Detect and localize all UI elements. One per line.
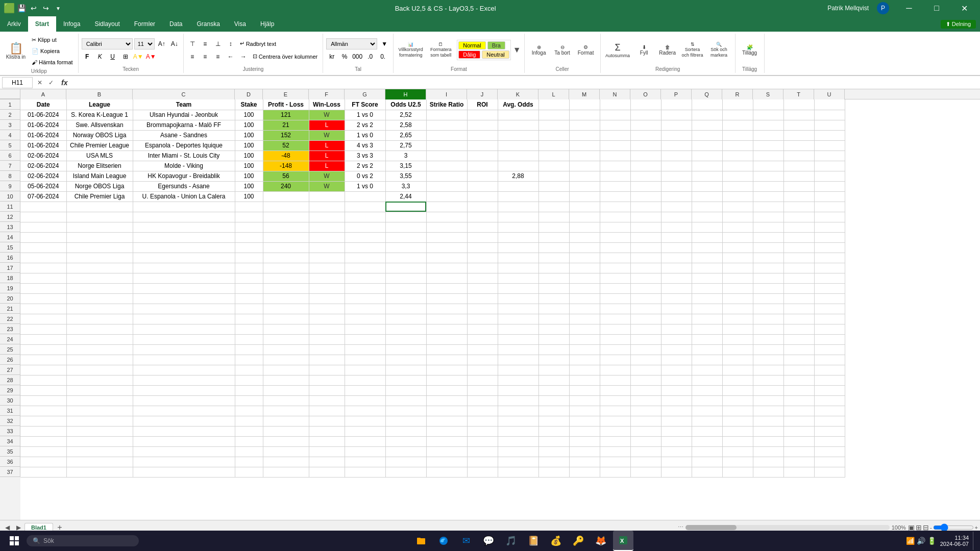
styles-more-button[interactable]: ▼ — [513, 45, 521, 55]
cell-j10[interactable] — [467, 191, 498, 202]
thousands-button[interactable]: 000 — [352, 51, 363, 62]
cell-m8[interactable] — [569, 171, 600, 181]
conditional-format-button[interactable]: 📊 Villkorsstyrd formatering — [397, 35, 425, 65]
row-header-22[interactable]: 22 — [0, 314, 20, 324]
cell-q3[interactable] — [692, 120, 722, 130]
cell-m6[interactable] — [569, 151, 600, 161]
cell-reference-input[interactable] — [2, 77, 33, 88]
row-header-27[interactable]: 27 — [0, 365, 20, 375]
confirm-formula-button[interactable]: ✓ — [46, 78, 56, 88]
cell-s5[interactable] — [753, 140, 783, 151]
cell-m11[interactable] — [569, 202, 600, 212]
cell-c7[interactable]: Molde - Viking — [133, 161, 235, 171]
cell-o2[interactable] — [630, 110, 661, 120]
cell-n7[interactable] — [600, 161, 630, 171]
cell-o4[interactable] — [630, 130, 661, 140]
cell-i2[interactable] — [426, 110, 467, 120]
cell-r8[interactable] — [722, 171, 753, 181]
cell-d3[interactable]: 100 — [235, 120, 263, 130]
row-header-19[interactable]: 19 — [0, 283, 20, 293]
cell-m1[interactable] — [569, 99, 600, 110]
row-header-31[interactable]: 31 — [0, 406, 20, 416]
cell-b4[interactable]: Norway OBOS Liga — [66, 130, 133, 140]
cell-c6[interactable]: Inter Miami - St. Louis City — [133, 151, 235, 161]
cell-n10[interactable] — [600, 191, 630, 202]
style-bra[interactable]: Bra — [487, 41, 505, 49]
cell-m2[interactable] — [569, 110, 600, 120]
cell-d11[interactable] — [235, 202, 263, 212]
cell-p3[interactable] — [661, 120, 692, 130]
cell-b11[interactable] — [66, 202, 133, 212]
taskbar-clock[interactable]: 11:34 2024-06-07 — [940, 535, 969, 547]
row-header-3[interactable]: 3 — [0, 120, 20, 130]
cell-c9[interactable]: Egersunds - Asane — [133, 181, 235, 191]
cell-t2[interactable] — [783, 110, 814, 120]
row-header-11[interactable]: 11 — [0, 202, 20, 212]
cell-k10[interactable] — [498, 191, 538, 202]
row-header-35[interactable]: 35 — [0, 446, 20, 457]
col-header-u[interactable]: U — [814, 89, 845, 99]
cell-o11[interactable] — [630, 202, 661, 212]
col-header-g[interactable]: G — [345, 89, 385, 99]
cell-o1[interactable] — [630, 99, 661, 110]
align-right-button[interactable]: ≡ — [212, 51, 224, 62]
cell-p5[interactable] — [661, 140, 692, 151]
taskbar-app-finance[interactable]: 💰 — [546, 531, 566, 551]
cell-e10[interactable] — [263, 191, 309, 202]
cell-r5[interactable] — [722, 140, 753, 151]
cell-l9[interactable] — [538, 181, 569, 191]
indent-decrease-button[interactable]: ← — [225, 51, 236, 62]
cell-e3[interactable]: 21 — [263, 120, 309, 130]
cell-r4[interactable] — [722, 130, 753, 140]
tab-visa[interactable]: Visa — [227, 16, 253, 32]
save-icon[interactable]: 💾 — [16, 3, 27, 13]
col-header-p[interactable]: P — [661, 89, 692, 99]
cell-s9[interactable] — [753, 181, 783, 191]
cell-b8[interactable]: Island Main League — [66, 171, 133, 181]
row-header-16[interactable]: 16 — [0, 253, 20, 263]
cell-e1[interactable]: Profit - Loss — [263, 99, 309, 110]
sort-filter-button[interactable]: ⇅ Sortera och filtrera — [680, 35, 705, 65]
undo-icon[interactable]: ↩ — [29, 3, 39, 13]
cell-d8[interactable]: 100 — [235, 171, 263, 181]
cell-j2[interactable] — [467, 110, 498, 120]
row-header-25[interactable]: 25 — [0, 344, 20, 355]
col-header-c[interactable]: C — [133, 89, 235, 99]
cell-k11[interactable] — [498, 202, 538, 212]
cell-l8[interactable] — [538, 171, 569, 181]
autosum-button[interactable]: Σ Autosumma — [604, 35, 632, 65]
cell-k7[interactable] — [498, 161, 538, 171]
increase-font-button[interactable]: A↑ — [156, 38, 167, 49]
cell-c3[interactable]: Brommapojkarna - Malö FF — [133, 120, 235, 130]
currency-button[interactable]: kr — [326, 51, 337, 62]
cell-e8[interactable]: 56 — [263, 171, 309, 181]
cell-r1[interactable] — [722, 99, 753, 110]
row-header-5[interactable]: 5 — [0, 140, 20, 151]
cell-i4[interactable] — [426, 130, 467, 140]
cell-d5[interactable]: 100 — [235, 140, 263, 151]
align-center-button[interactable]: ≡ — [200, 51, 211, 62]
cell-b1[interactable]: League — [66, 99, 133, 110]
cell-m10[interactable] — [569, 191, 600, 202]
cell-a5[interactable]: 01-06-2024 — [20, 140, 66, 151]
cell-n5[interactable] — [600, 140, 630, 151]
col-header-l[interactable]: L — [538, 89, 569, 99]
cell-f11[interactable] — [309, 202, 345, 212]
indent-increase-button[interactable]: → — [238, 51, 249, 62]
cell-h5[interactable]: 2,75 — [385, 140, 426, 151]
decimal-inc-button[interactable]: .0 — [364, 51, 376, 62]
cell-c2[interactable]: Ulsan Hyundai - Jeonbuk — [133, 110, 235, 120]
cell-m4[interactable] — [569, 130, 600, 140]
cell-e6[interactable]: -48 — [263, 151, 309, 161]
row-header-18[interactable]: 18 — [0, 273, 20, 283]
cell-b10[interactable]: Chile Premier Liga — [66, 191, 133, 202]
redo-icon[interactable]: ↪ — [41, 3, 51, 13]
minimize-button[interactable]: ─ — [897, 0, 921, 16]
cell-p4[interactable] — [661, 130, 692, 140]
cell-i7[interactable] — [426, 161, 467, 171]
cell-t10[interactable] — [783, 191, 814, 202]
cell-e9[interactable]: 240 — [263, 181, 309, 191]
cell-u9[interactable] — [814, 181, 845, 191]
cell-i11[interactable] — [426, 202, 467, 212]
format-table-button[interactable]: 🗒 Formatera som tabell — [427, 35, 455, 65]
